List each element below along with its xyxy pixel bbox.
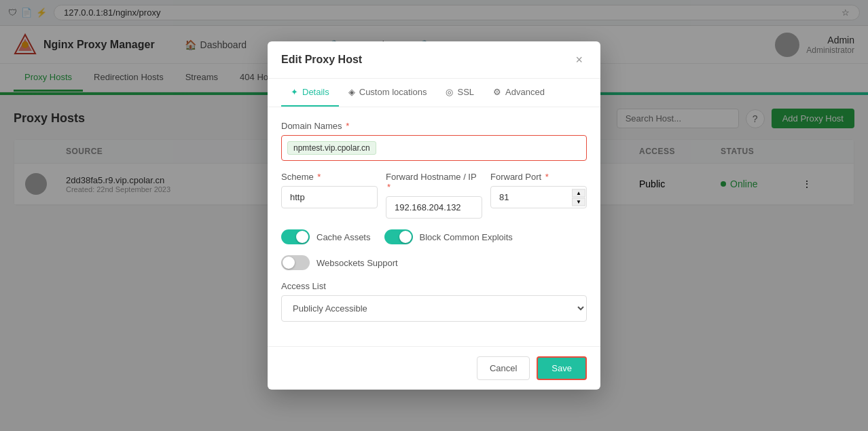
websockets-toggle[interactable] <box>281 255 310 270</box>
forward-port-label: Forward Port * <box>490 172 587 182</box>
port-decrement-button[interactable]: ▼ <box>572 198 585 206</box>
cache-assets-thumb <box>296 231 308 243</box>
modal-body: Domain Names * npmtest.vip.cpolar.cn Sch… <box>268 107 600 346</box>
scheme-label: Scheme * <box>281 172 378 182</box>
edit-proxy-host-modal: Edit Proxy Host × ✦ Details ◈ Custom loc… <box>268 41 600 390</box>
forward-hostname-group: Forward Hostname / IP * <box>386 172 482 219</box>
ssl-tab-icon: ◎ <box>446 87 453 97</box>
websockets-label: Websockets Support <box>317 258 398 268</box>
scheme-select[interactable]: http <box>281 186 378 208</box>
modal-header: Edit Proxy Host × <box>268 41 600 79</box>
cache-assets-toggle[interactable] <box>281 229 310 244</box>
forward-hostname-required: * <box>387 182 391 192</box>
forward-port-required: * <box>545 172 549 182</box>
cache-assets-track <box>281 229 310 244</box>
block-exploits-toggle[interactable] <box>384 229 413 244</box>
close-icon[interactable]: × <box>571 52 587 67</box>
domain-names-input-wrapper[interactable]: npmtest.vip.cpolar.cn <box>281 135 587 161</box>
websockets-thumb <box>283 257 295 269</box>
advanced-tab-icon: ⚙ <box>493 87 501 97</box>
access-list-group: Access List Publicly Accessible <box>281 281 587 322</box>
details-tab-icon: ✦ <box>291 87 298 97</box>
tab-advanced[interactable]: ⚙ Advanced <box>484 79 554 107</box>
tab-custom-locations[interactable]: ◈ Custom locations <box>339 79 437 107</box>
cache-assets-toggle-item: Cache Assets <box>281 229 371 244</box>
toggles-row-1: Cache Assets Block Common Exploits <box>281 229 587 244</box>
forward-hostname-input[interactable] <box>386 196 482 219</box>
modal-overlay: Edit Proxy Host × ✦ Details ◈ Custom loc… <box>0 0 868 431</box>
block-exploits-track <box>384 229 413 244</box>
port-increment-button[interactable]: ▲ <box>572 189 585 197</box>
domain-names-label: Domain Names * <box>281 121 587 131</box>
domain-names-group: Domain Names * npmtest.vip.cpolar.cn <box>281 121 587 161</box>
modal-title: Edit Proxy Host <box>281 54 362 66</box>
connection-row: Scheme * http Forward Hostname / IP * <box>281 172 587 219</box>
forward-port-wrapper: ▲ ▼ <box>490 186 587 208</box>
block-exploits-label: Block Common Exploits <box>420 232 513 242</box>
websockets-track <box>281 255 310 270</box>
cancel-button[interactable]: Cancel <box>477 356 530 380</box>
port-spinners: ▲ ▼ <box>572 189 585 206</box>
save-button[interactable]: Save <box>537 356 587 380</box>
toggles-row-2: Websockets Support <box>281 255 587 270</box>
tab-ssl[interactable]: ◎ SSL <box>436 79 484 107</box>
forward-hostname-label: Forward Hostname / IP * <box>386 172 482 192</box>
cache-assets-label: Cache Assets <box>317 232 371 242</box>
modal-footer: Cancel Save <box>268 346 600 390</box>
forward-port-group: Forward Port * ▲ ▼ <box>490 172 587 219</box>
required-asterisk: * <box>346 121 349 131</box>
domain-tag: npmtest.vip.cpolar.cn <box>287 141 376 155</box>
scheme-group: Scheme * http <box>281 172 378 219</box>
websockets-toggle-item: Websockets Support <box>281 255 398 270</box>
access-list-label: Access List <box>281 281 587 291</box>
block-exploits-toggle-item: Block Common Exploits <box>384 229 513 244</box>
tab-details[interactable]: ✦ Details <box>281 79 339 107</box>
access-list-select[interactable]: Publicly Accessible <box>281 295 587 322</box>
modal-tabs: ✦ Details ◈ Custom locations ◎ SSL ⚙ Adv… <box>268 79 600 107</box>
scheme-required: * <box>317 172 321 182</box>
custom-locations-tab-icon: ◈ <box>348 87 355 97</box>
block-exploits-thumb <box>399 231 412 243</box>
